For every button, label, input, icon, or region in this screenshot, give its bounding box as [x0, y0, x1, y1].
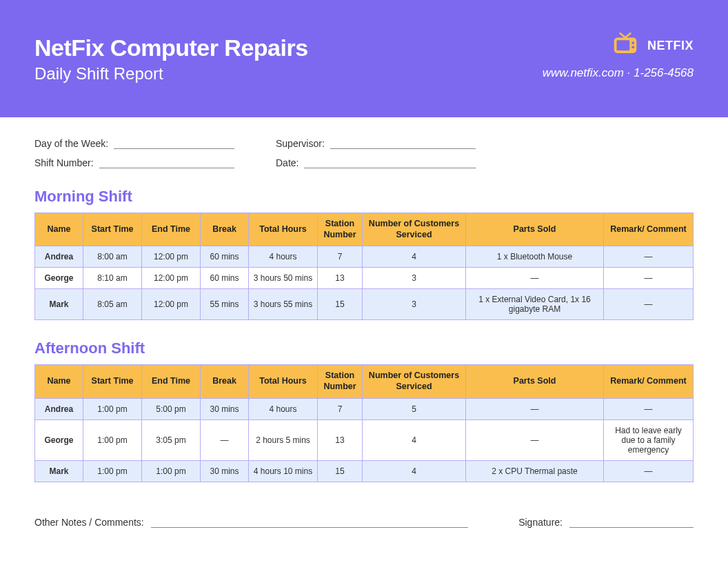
table-header-row: Name Start Time End Time Break Total Hou… [35, 213, 694, 246]
table-row: Andrea1:00 pm5:00 pm30 mins4 hours75—— [35, 398, 694, 419]
cell-parts: — [466, 419, 604, 460]
cell-total: 4 hours 10 mins [249, 460, 318, 482]
cell-remark: — [604, 460, 694, 482]
table-row: George1:00 pm3:05 pm—2 hours 5 mins134—H… [35, 419, 694, 460]
cell-parts: 2 x CPU Thermal paste [466, 460, 604, 482]
cell-name: Mark [35, 289, 83, 320]
cell-parts: 1 x Bluetooth Mouse [466, 246, 604, 268]
meta-row-1: Day of the Week: Supervisor: [34, 138, 694, 149]
date-label: Date: [276, 157, 299, 168]
date-input-line[interactable] [304, 159, 476, 168]
col-customers: Number of Customers Serviced [363, 365, 466, 398]
header: NetFix Computer Repairs Daily Shift Repo… [0, 0, 728, 117]
col-end: End Time [142, 365, 201, 398]
cell-remark: — [604, 289, 694, 320]
cell-name: George [35, 268, 83, 289]
col-remark: Remark/ Comment [604, 213, 694, 246]
brand-name: NETFIX [647, 39, 694, 53]
col-start: Start Time [83, 213, 142, 246]
footer: Other Notes / Comments: Signature: [34, 517, 694, 528]
cell-total: 3 hours 50 mins [249, 268, 318, 289]
table-row: Mark1:00 pm1:00 pm30 mins4 hours 10 mins… [35, 460, 694, 482]
signature-input-line[interactable] [569, 518, 694, 528]
cell-parts: 1 x External Video Card, 1x 16 gigabyte … [466, 289, 604, 320]
cell-parts: — [466, 268, 604, 289]
cell-name: Andrea [35, 398, 83, 419]
col-name: Name [35, 213, 83, 246]
morning-shift-title: Morning Shift [34, 188, 694, 206]
cell-customers: 3 [363, 289, 466, 320]
cell-station: 7 [318, 246, 363, 268]
cell-remark: — [604, 268, 694, 289]
cell-station: 7 [318, 398, 363, 419]
cell-name: Mark [35, 460, 83, 482]
col-start: Start Time [83, 365, 142, 398]
afternoon-shift-title: Afternoon Shift [34, 339, 694, 357]
supervisor-label: Supervisor: [276, 138, 325, 149]
col-total: Total Hours [249, 365, 318, 398]
cell-name: Andrea [35, 246, 83, 268]
cell-customers: 4 [363, 460, 466, 482]
other-notes-input-line[interactable] [151, 518, 468, 528]
cell-remark: — [604, 246, 694, 268]
document-body: Day of the Week: Supervisor: Shift Numbe… [0, 117, 728, 542]
cell-remark: Had to leave early due to a family emerg… [604, 419, 694, 460]
date-field: Date: [276, 157, 476, 168]
shift-number-field: Shift Number: [34, 157, 234, 168]
cell-end: 1:00 pm [142, 460, 201, 482]
morning-shift-table: Name Start Time End Time Break Total Hou… [34, 213, 694, 320]
header-left: NetFix Computer Repairs Daily Shift Repo… [34, 34, 308, 117]
col-station: Station Number [318, 213, 363, 246]
cell-station: 15 [318, 460, 363, 482]
cell-total: 4 hours [249, 246, 318, 268]
day-of-week-input-line[interactable] [114, 139, 234, 149]
page-subtitle: Daily Shift Report [34, 64, 308, 83]
shift-number-label: Shift Number: [34, 157, 94, 168]
supervisor-field: Supervisor: [276, 138, 476, 149]
col-break: Break [201, 213, 249, 246]
cell-break: 55 mins [201, 289, 249, 320]
day-of-week-field: Day of the Week: [34, 138, 234, 149]
cell-break: 60 mins [201, 246, 249, 268]
cell-station: 13 [318, 268, 363, 289]
cell-station: 13 [318, 419, 363, 460]
supervisor-input-line[interactable] [330, 139, 476, 149]
morning-tbody: Andrea8:00 am12:00 pm60 mins4 hours741 x… [35, 246, 694, 320]
other-notes-field: Other Notes / Comments: [34, 517, 468, 528]
svg-point-2 [631, 41, 634, 44]
page-title: NetFix Computer Repairs [34, 34, 308, 61]
shift-number-input-line[interactable] [99, 159, 234, 168]
other-notes-label: Other Notes / Comments: [34, 517, 144, 528]
afternoon-shift-table: Name Start Time End Time Break Total Hou… [34, 364, 694, 482]
cell-customers: 4 [363, 246, 466, 268]
cell-end: 3:05 pm [142, 419, 201, 460]
afternoon-tbody: Andrea1:00 pm5:00 pm30 mins4 hours75——Ge… [35, 398, 694, 482]
brand-row: NETFIX [543, 34, 694, 57]
cell-break: 30 mins [201, 398, 249, 419]
table-header-row: Name Start Time End Time Break Total Hou… [35, 365, 694, 398]
cell-break: 60 mins [201, 268, 249, 289]
col-remark: Remark/ Comment [604, 365, 694, 398]
cell-start: 8:10 am [83, 268, 142, 289]
cell-start: 1:00 pm [83, 419, 142, 460]
col-end: End Time [142, 213, 201, 246]
meta-row-2: Shift Number: Date: [34, 157, 694, 168]
cell-break: — [201, 419, 249, 460]
header-right: NETFIX www.netfix.com · 1-256-4568 [543, 34, 694, 117]
cell-end: 12:00 pm [142, 289, 201, 320]
svg-rect-1 [616, 40, 629, 50]
cell-name: George [35, 419, 83, 460]
cell-start: 1:00 pm [83, 460, 142, 482]
cell-total: 2 hours 5 mins [249, 419, 318, 460]
table-row: Mark8:05 am12:00 pm55 mins3 hours 55 min… [35, 289, 694, 320]
cell-break: 30 mins [201, 460, 249, 482]
col-parts: Parts Sold [466, 213, 604, 246]
col-break: Break [201, 365, 249, 398]
cell-start: 8:00 am [83, 246, 142, 268]
col-parts: Parts Sold [466, 365, 604, 398]
cell-station: 15 [318, 289, 363, 320]
cell-end: 5:00 pm [142, 398, 201, 419]
cell-start: 8:05 am [83, 289, 142, 320]
cell-parts: — [466, 398, 604, 419]
col-station: Station Number [318, 365, 363, 398]
